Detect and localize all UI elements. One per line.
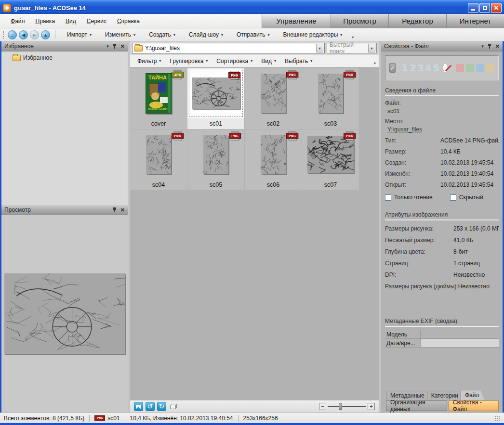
rotate-right-button[interactable]: ↻	[157, 402, 166, 411]
quick-search-input[interactable]: Быстрый поиск ▾	[327, 43, 377, 53]
title-bar[interactable]: gusar_files - ACDSee 14 ✕	[0, 0, 504, 14]
file-info-row: Изменён:10.02.2013 19:40:54	[385, 170, 499, 177]
favorites-tree-item[interactable]: Избранное	[3, 54, 126, 61]
rating-4[interactable]: 4	[425, 63, 432, 73]
file-info-heading: Сведения о файле	[385, 87, 499, 96]
menu-Файл[interactable]: Файл	[6, 16, 30, 26]
image-attrs-heading: Атрибуты изображения	[385, 211, 499, 220]
checkbox-Только чтение[interactable]: Только чтение	[385, 194, 433, 201]
forward-button[interactable]: ▶	[30, 30, 39, 39]
pin-icon[interactable]	[113, 207, 117, 212]
compare-view-button[interactable]	[169, 402, 178, 411]
filter-dropdown-label: Фильтр	[137, 58, 157, 64]
thumbnail-sc05[interactable]: PNGsc05	[187, 129, 244, 190]
thumbnail-sc02[interactable]: PNGsc02	[245, 68, 302, 129]
address-dropdown-icon[interactable]: ▾	[316, 44, 323, 52]
status-bar: Всего элементов: 8 (421,5 КБ) PNG sc01 1…	[0, 412, 504, 423]
thumbnail-sc07[interactable]: PNGsc07	[302, 129, 359, 190]
maximize-button[interactable]	[479, 3, 490, 13]
toolbar-dropdown-Слайд-шоу[interactable]: Слайд-шоу▾	[182, 29, 230, 40]
color-label-3[interactable]	[476, 64, 484, 72]
color-label-2[interactable]	[466, 64, 474, 72]
color-label-4[interactable]	[486, 64, 494, 72]
button-Организация данных[interactable]: Организация данных	[386, 400, 447, 411]
checkbox-Скрытый[interactable]: Скрытый	[450, 194, 483, 201]
address-bar[interactable]: Y:\gusar_files ▾	[132, 43, 325, 53]
preview-panel: Просмотр ✕	[1, 205, 128, 412]
rating-1[interactable]: 1	[402, 63, 408, 73]
toolbar-grip-icon[interactable]	[3, 31, 5, 39]
menu-Вид[interactable]: Вид	[61, 16, 81, 26]
search-dropdown-icon[interactable]: ▾	[368, 44, 375, 52]
thumbnail-label: cover	[130, 118, 187, 129]
resize-grip[interactable]	[494, 415, 500, 421]
zoom-slider[interactable]	[328, 406, 366, 407]
filter-dropdown-Сортировка[interactable]: Сортировка▾	[212, 56, 257, 66]
exif-value	[421, 330, 499, 338]
tab-Категории[interactable]: Категории	[427, 391, 464, 400]
panel-menu-icon[interactable]: ▾	[106, 44, 109, 49]
thumbnail-sc03[interactable]: PNGsc03	[302, 68, 359, 129]
quick-search-placeholder: Быстрый поиск	[330, 41, 368, 55]
address-path[interactable]: Y:\gusar_files	[145, 45, 314, 52]
toolbar-dropdown-Отправить[interactable]: Отправить▾	[230, 29, 277, 40]
mode-tab-Редактор[interactable]: Редактор	[388, 14, 446, 28]
thumbnail-sc01[interactable]: PNGsc01	[187, 68, 244, 129]
filter-overflow-icon[interactable]: ▾	[374, 61, 376, 67]
tab-Метаданные[interactable]: Метаданные	[386, 391, 430, 400]
panel-menu-icon[interactable]: ▾	[481, 44, 484, 49]
filter-dropdown-Вид[interactable]: Вид▾	[257, 56, 280, 66]
thumbnail-sc04[interactable]: PNGsc04	[130, 129, 187, 190]
favorites-panel-header[interactable]: Избранное ▾ ✕	[1, 41, 128, 52]
minimize-button[interactable]	[468, 3, 478, 13]
zoom-out-button[interactable]: −	[319, 403, 326, 410]
filter-dropdown-label: Выбрать	[285, 58, 308, 64]
close-button[interactable]: ✕	[491, 3, 502, 13]
panel-close-icon[interactable]: ✕	[120, 207, 125, 213]
toolbar-dropdown-Внешние редакторы[interactable]: Внешние редакторы▾	[277, 29, 349, 40]
mode-tab-Управление[interactable]: Управление	[262, 14, 331, 28]
toolbar-dropdown-Создать[interactable]: Создать▾	[142, 29, 182, 40]
checkbox-icon[interactable]	[450, 194, 456, 201]
panel-close-icon[interactable]: ✕	[495, 43, 500, 50]
panel-close-icon[interactable]: ✕	[120, 43, 125, 50]
zoom-in-button[interactable]: +	[368, 403, 375, 410]
no-rating-icon[interactable]	[443, 63, 448, 73]
mode-tab-Интернет[interactable]: Интернет	[446, 14, 504, 28]
pin-icon[interactable]	[113, 44, 117, 49]
exif-value	[421, 339, 499, 347]
rotate-left-button[interactable]: ↺	[146, 402, 155, 411]
back-button[interactable]: ◀	[19, 30, 28, 39]
toolbar-dropdown-Импорт[interactable]: Импорт▾	[60, 29, 98, 40]
menu-Справка[interactable]: Справка	[112, 16, 145, 26]
rating-5[interactable]: 5	[433, 63, 439, 73]
filter-dropdown-Выбрать[interactable]: Выбрать▾	[280, 56, 317, 66]
file-list-area[interactable]: ТАЙНАМервин СтайлJPGcoverPNGsc01PNGsc02P…	[130, 67, 379, 400]
rating-2[interactable]: 2	[410, 63, 416, 73]
up-button[interactable]: ▲	[41, 30, 50, 39]
properties-panel-header[interactable]: Свойства - Файл ▾ ✕	[381, 41, 503, 52]
button-Свойства - Файл[interactable]: Свойства - Файл	[449, 400, 499, 411]
format-badge-label: PNG	[172, 133, 184, 139]
toolbar-overflow-icon[interactable]: ▾	[352, 35, 354, 41]
tab-Файл[interactable]: Файл	[461, 390, 485, 400]
mode-tab-Просмотр[interactable]: Просмотр	[331, 14, 388, 28]
preview-panel-header[interactable]: Просмотр ✕	[1, 205, 128, 215]
thumbnail-cover[interactable]: ТАЙНАМервин СтайлJPGcover	[130, 68, 187, 129]
menu-Правка[interactable]: Правка	[31, 16, 60, 26]
filter-dropdown-Группировка[interactable]: Группировка▾	[165, 56, 212, 66]
home-button[interactable]: ⌂	[8, 30, 17, 39]
toolbar-dropdown-Изменить[interactable]: Изменить▾	[98, 29, 142, 40]
color-label-1[interactable]	[456, 64, 464, 72]
toolbar-dropdown-label: Внешние редакторы	[283, 31, 338, 38]
rating-3[interactable]: 3	[417, 63, 424, 73]
pin-icon[interactable]	[488, 44, 491, 49]
location-link[interactable]: Y:\gusar_files	[387, 126, 499, 133]
filter-dropdown-Фильтр[interactable]: Фильтр▾	[133, 56, 165, 66]
thumbnail-sc06[interactable]: PNGsc06	[245, 129, 302, 190]
menu-Сервис[interactable]: Сервис	[82, 16, 111, 26]
checkbox-icon[interactable]	[385, 194, 391, 201]
show-images-button[interactable]	[134, 402, 143, 411]
zoom-slider-thumb[interactable]	[339, 403, 342, 410]
tag-checkbox[interactable]: ✓	[389, 63, 396, 73]
